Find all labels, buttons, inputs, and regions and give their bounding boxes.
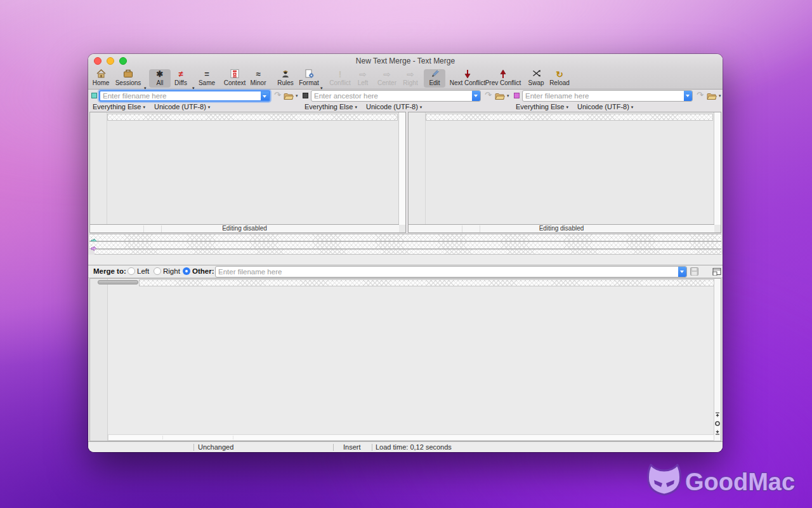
home-button[interactable]: Home — [90, 69, 112, 88]
take-right-button: ⇨ Right — [400, 69, 421, 88]
toggle-output-panel-icon[interactable] — [712, 267, 721, 277]
take-center-icon: ⇨ — [374, 69, 400, 79]
right-pane-marker[interactable] — [514, 93, 520, 98]
right-editor-pane[interactable]: Editing disabled — [408, 112, 721, 233]
left-pane-scrollbar[interactable] — [398, 112, 405, 225]
merge-to-right-radio[interactable] — [154, 267, 161, 275]
merge-to-label: Merge to: — [93, 265, 126, 277]
left-browse-folder-icon[interactable] — [284, 91, 294, 103]
output-filename-combo[interactable] — [215, 266, 687, 277]
output-placeholder-line — [139, 279, 715, 286]
title-bar[interactable]: New Text Merge - Text Merge — [88, 54, 723, 68]
next-conflict-button[interactable]: Next Conflict — [447, 69, 488, 88]
ancestor-pane-marker[interactable] — [303, 93, 308, 98]
prev-conflict-button[interactable]: Prev Conflict — [483, 69, 523, 88]
ancestor-encoding-dropdown[interactable]: Unicode (UTF-8) — [366, 103, 418, 110]
alignment-strip-right-file — [89, 241, 721, 249]
ancestor-rule-caret-icon: ▾ — [353, 105, 357, 109]
left-pane-status: Editing disabled — [90, 224, 399, 232]
all-button[interactable]: ✱ All — [149, 69, 171, 88]
minimize-button[interactable] — [107, 57, 114, 65]
merge-to-left-label[interactable]: Left — [137, 265, 149, 277]
right-encoding-dropdown[interactable]: Unicode (UTF-8) — [577, 103, 629, 110]
format-icon — [295, 69, 323, 79]
status-input-mode: Insert — [343, 442, 361, 452]
left-browse-dropdown-icon[interactable]: ▾ — [296, 93, 298, 98]
left-encoding-caret-icon: ▾ — [206, 105, 211, 109]
reload-button[interactable]: ↻ Reload — [547, 69, 572, 88]
swap-button[interactable]: Swap — [525, 69, 547, 88]
alignment-strip-merged — [95, 249, 721, 255]
output-filename-input[interactable] — [216, 267, 679, 277]
gutter-handle[interactable] — [98, 280, 138, 284]
take-left-icon: ⇨ — [353, 69, 372, 79]
conflict-icon: ! — [326, 69, 354, 79]
merge-to-other-radio[interactable] — [183, 267, 190, 275]
status-load-time: Load time: 0,12 seconds — [376, 442, 452, 452]
diffs-button[interactable]: ≠ Diffs — [170, 69, 192, 88]
left-rule-dropdown[interactable]: Everything Else — [93, 103, 141, 110]
save-output-icon[interactable] — [690, 267, 698, 277]
next-section-icon[interactable] — [714, 426, 721, 438]
ancestor-filename-combo[interactable] — [311, 90, 481, 102]
merge-to-other-label[interactable]: Other: — [192, 265, 214, 277]
right-pane-scrollbar[interactable] — [714, 112, 721, 225]
ancestor-history-icon[interactable]: ↷ — [485, 90, 492, 100]
same-icon: = — [195, 69, 218, 79]
zoom-button[interactable] — [119, 57, 127, 65]
left-filename-dropdown-icon[interactable] — [261, 91, 269, 100]
minor-button[interactable]: ≈ Minor — [247, 69, 270, 88]
right-rule-dropdown[interactable]: Everything Else — [516, 103, 564, 110]
merge-to-row: Merge to: Left Right Other: — [88, 265, 723, 278]
ancestor-browse-folder-icon[interactable] — [495, 91, 505, 103]
close-button[interactable] — [94, 57, 102, 65]
center-gap — [88, 255, 723, 265]
swap-icon — [525, 69, 547, 79]
right-pane-status: Editing disabled — [409, 224, 714, 232]
goodmac-logo-text: GoodMac — [685, 469, 795, 495]
right-history-icon[interactable]: ↷ — [697, 90, 704, 100]
merge-to-left-radio[interactable] — [128, 267, 135, 275]
edit-button[interactable]: Edit — [424, 69, 445, 88]
ancestor-rule-dropdown[interactable]: Everything Else — [304, 103, 353, 110]
context-button[interactable]: Context — [220, 69, 249, 88]
right-browse-dropdown-icon[interactable]: ▾ — [719, 93, 721, 98]
right-pane-placeholder-line — [426, 114, 713, 121]
rules-icon — [274, 69, 297, 79]
file-path-row: ↷ ▾ ↷ ▾ ↷ ▾ — [88, 90, 723, 103]
output-filename-dropdown-icon[interactable] — [678, 267, 686, 277]
output-horizontal-scrollbar[interactable] — [108, 434, 714, 441]
left-pane-placeholder-line — [107, 114, 398, 121]
left-filename-input[interactable] — [100, 91, 261, 100]
take-left-button: ⇨ Left — [353, 69, 372, 88]
conflict-button: ! Conflict — [326, 69, 354, 88]
rules-button[interactable]: Rules — [274, 69, 297, 88]
ancestor-browse-dropdown-icon[interactable]: ▾ — [507, 93, 509, 98]
left-editor-pane[interactable]: Editing disabled — [89, 112, 406, 233]
left-filename-combo[interactable] — [99, 90, 270, 102]
right-browse-folder-icon[interactable] — [707, 91, 717, 103]
status-edit-state: Unchanged — [198, 442, 233, 452]
left-history-icon[interactable]: ↷ — [274, 90, 281, 100]
ancestor-filename-input[interactable] — [311, 91, 473, 101]
same-button[interactable]: = Same — [195, 69, 218, 88]
minor-icon: ≈ — [247, 69, 270, 79]
right-filename-input[interactable] — [523, 91, 684, 101]
sessions-icon — [112, 69, 144, 79]
reload-icon: ↻ — [547, 69, 572, 79]
take-center-button: ⇨ Center — [374, 69, 400, 88]
sessions-button[interactable]: Sessions — [112, 69, 144, 88]
left-pane-marker[interactable] — [91, 93, 97, 98]
home-icon — [90, 69, 112, 79]
ancestor-filename-dropdown-icon[interactable] — [472, 91, 480, 101]
left-rule-caret-icon: ▾ — [141, 105, 145, 109]
left-encoding-dropdown[interactable]: Unicode (UTF-8) — [154, 103, 206, 110]
merge-to-right-label[interactable]: Right — [163, 265, 180, 277]
format-button[interactable]: Format — [295, 69, 323, 88]
context-icon — [220, 69, 249, 79]
format-row: Everything Else▾Unicode (UTF-8)▾ Everyth… — [88, 103, 723, 112]
merge-output-pane[interactable] — [89, 278, 721, 441]
right-filename-dropdown-icon[interactable] — [684, 91, 692, 101]
toolbar: Home Sessions ▾ ✱ All ≠ Diffs ▾ = Same C… — [88, 68, 723, 90]
right-filename-combo[interactable] — [522, 90, 693, 102]
